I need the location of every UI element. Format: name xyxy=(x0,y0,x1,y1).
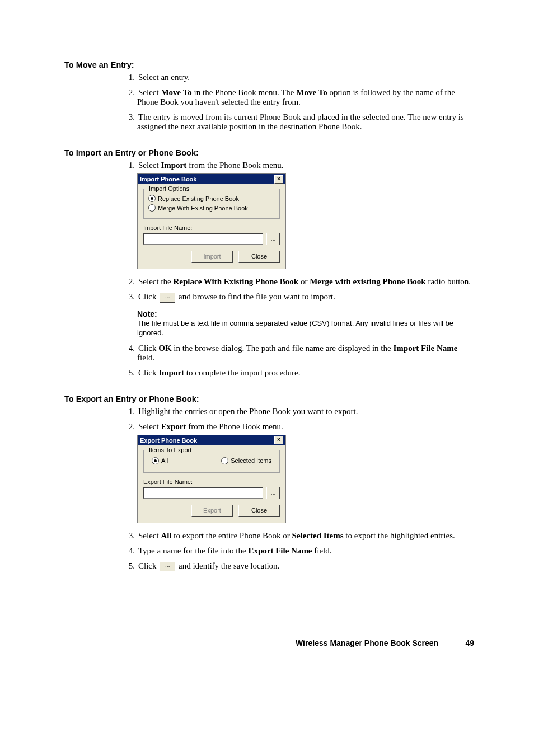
export-file-label: Export File Name: xyxy=(143,478,280,485)
move-step2: Select Move To in the Phone Book menu. T… xyxy=(137,88,455,106)
browse-icon: ... xyxy=(160,293,175,303)
export-items-legend: Items To Export xyxy=(147,447,193,453)
export-step2: Select Export from the Phone Book menu. xyxy=(138,422,283,431)
footer-title: Wireless Manager Phone Book Screen xyxy=(296,638,438,647)
export-dialog: Export Phone Book × Items To Export All xyxy=(137,435,286,523)
heading-export: To Export an Entry or Phone Book: xyxy=(64,395,474,403)
section-export: To Export an Entry or Phone Book: 1.High… xyxy=(64,395,474,572)
import-step5: Click Import to complete the import proc… xyxy=(138,368,301,377)
import-dialog: Import Phone Book × Import Options Repla… xyxy=(137,173,286,269)
close-icon[interactable]: × xyxy=(274,436,283,444)
import-dialog-titlebar: Import Phone Book × xyxy=(138,174,285,184)
section-move: To Move an Entry: 1.Select an entry. 2.S… xyxy=(64,60,474,132)
import-step4: Click OK in the browse dialog. The path … xyxy=(137,344,457,362)
move-step3: The entry is moved from its current Phon… xyxy=(137,112,464,131)
import-step2: Select the Replace With Existing Phone B… xyxy=(138,277,471,286)
steps-import: 1.Select Import from the Phone Book menu… xyxy=(64,161,474,378)
import-button[interactable]: Import xyxy=(191,251,233,263)
radio-merge[interactable]: Merge With Existing Phone Book xyxy=(148,204,275,212)
import-file-input[interactable] xyxy=(143,233,263,245)
export-dialog-title: Export Phone Book xyxy=(140,435,197,445)
radio-icon[interactable] xyxy=(221,457,228,464)
close-button[interactable]: Close xyxy=(238,251,280,263)
radio-icon[interactable] xyxy=(148,204,156,212)
steps-export: 1.Highlight the entries or open the Phon… xyxy=(64,407,474,572)
steps-move: 1.Select an entry. 2.Select Move To in t… xyxy=(64,73,474,132)
browse-icon: ... xyxy=(160,561,175,571)
heading-move: To Move an Entry: xyxy=(64,60,474,69)
note-block: Note: The file must be a text file in co… xyxy=(137,309,474,338)
import-options-group: Import Options Replace Existing Phone Bo… xyxy=(143,189,280,219)
export-dialog-titlebar: Export Phone Book × xyxy=(138,435,285,445)
page-footer: Wireless Manager Phone Book Screen 49 xyxy=(64,638,474,647)
radio-icon[interactable] xyxy=(148,195,156,202)
export-file-input[interactable] xyxy=(143,487,263,499)
import-options-legend: Import Options xyxy=(147,185,191,192)
import-file-label: Import File Name: xyxy=(143,224,280,231)
export-step3: Select All to export the entire Phone Bo… xyxy=(138,531,455,540)
note-title: Note: xyxy=(137,309,474,318)
import-step1: Select Import from the Phone Book menu. xyxy=(138,161,284,170)
export-items-group: Items To Export All Selected Items xyxy=(143,450,280,473)
radio-replace[interactable]: Replace Existing Phone Book xyxy=(148,195,275,202)
radio-selected[interactable]: Selected Items xyxy=(221,457,271,464)
heading-import: To Import an Entry or Phone Book: xyxy=(64,148,474,157)
browse-button[interactable]: ... xyxy=(266,233,280,245)
export-button[interactable]: Export xyxy=(191,505,233,517)
import-step3: Click ... and browse to find the file yo… xyxy=(138,292,335,301)
radio-icon[interactable] xyxy=(152,457,159,464)
radio-all[interactable]: All xyxy=(152,457,168,464)
move-step1: Select an entry. xyxy=(138,73,190,82)
browse-button[interactable]: ... xyxy=(266,487,280,499)
page-number: 49 xyxy=(441,638,474,647)
export-step5: Click ... and identify the save location… xyxy=(138,561,279,570)
section-import: To Import an Entry or Phone Book: 1.Sele… xyxy=(64,148,474,378)
export-step1: Highlight the entries or open the Phone … xyxy=(138,407,358,416)
export-step4: Type a name for the file into the Export… xyxy=(138,546,332,555)
import-dialog-title: Import Phone Book xyxy=(140,174,196,184)
close-icon[interactable]: × xyxy=(274,175,283,184)
close-button[interactable]: Close xyxy=(238,505,280,517)
note-text: The file must be a text file in comma se… xyxy=(137,318,474,338)
